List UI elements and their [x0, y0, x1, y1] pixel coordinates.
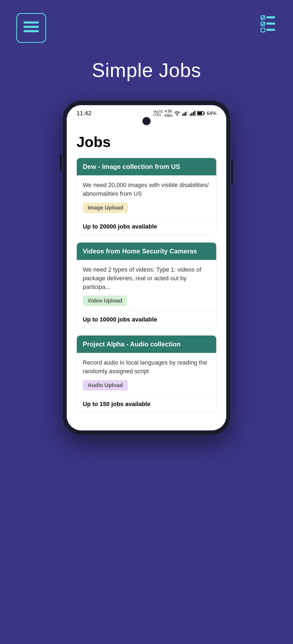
phone-screen: 11:42 VoLTE LTE2 4.56KB/s	[67, 105, 226, 430]
job-card-1-availability: Up to 20000 jobs available	[83, 223, 157, 230]
speed-indicator: 4.56KB/s	[164, 109, 173, 118]
svg-rect-8	[266, 29, 275, 31]
job-card-3[interactable]: Project Alpha - Audio collection Record …	[77, 335, 216, 413]
job-card-2-header: Videos from Home Security Cameras	[77, 243, 216, 260]
svg-rect-15	[191, 113, 192, 116]
page-title: Jobs	[77, 133, 216, 150]
wifi-icon	[174, 110, 180, 116]
app-title: Simple Jobs	[92, 59, 201, 81]
svg-rect-14	[190, 114, 191, 116]
job-card-3-title: Project Alpha - Audio collection	[83, 340, 181, 348]
svg-rect-0	[24, 21, 39, 24]
job-card-2-availability: Up to 10000 jobs available	[83, 316, 157, 323]
svg-point-9	[177, 115, 177, 115]
svg-rect-6	[266, 22, 275, 25]
signal-bars-icon	[182, 110, 188, 116]
screen-content: Jobs Dew - Image collection from US We n…	[67, 125, 226, 428]
app-logo-icon[interactable]	[16, 13, 46, 43]
job-card-2-body: We need 2 types of videos: Type 1: video…	[77, 260, 216, 311]
checklist-icon[interactable]	[255, 13, 277, 36]
job-card-2-description: We need 2 types of videos: Type 1: video…	[83, 265, 210, 291]
svg-rect-16	[193, 112, 194, 116]
svg-rect-10	[182, 114, 183, 116]
job-card-1-body: We need 20,000 images with visible disab…	[77, 175, 216, 218]
svg-rect-2	[24, 30, 39, 32]
status-time: 11:42	[77, 110, 91, 117]
signal-text: VoLTE LTE2	[153, 110, 163, 117]
svg-rect-20	[204, 112, 205, 114]
svg-rect-11	[184, 113, 185, 116]
job-card-2-footer: Up to 10000 jobs available	[77, 311, 216, 328]
job-card-2-tag: Video Upload	[83, 295, 127, 306]
svg-rect-12	[185, 112, 186, 116]
job-card-3-header: Project Alpha - Audio collection	[77, 336, 216, 353]
job-card-1-title: Dew - Image collection from US	[83, 163, 180, 170]
job-card-3-availability: Up to 150 jobs available	[83, 401, 150, 407]
phone-mockup: 11:42 VoLTE LTE2 4.56KB/s	[62, 100, 231, 435]
battery-icon	[197, 111, 205, 116]
job-card-1-tag: Image Upload	[83, 202, 128, 213]
svg-rect-19	[198, 112, 202, 115]
job-card-3-body: Record audio in local languages by readi…	[77, 353, 216, 395]
notch-area	[67, 117, 226, 125]
status-icons: VoLTE LTE2 4.56KB/s	[153, 109, 216, 118]
battery-percent: 64%	[207, 111, 216, 116]
job-card-3-footer: Up to 150 jobs available	[77, 395, 216, 413]
job-card-1-header: Dew - Image collection from US	[77, 158, 216, 175]
job-card-2-title: Videos from Home Security Cameras	[83, 247, 197, 255]
svg-rect-1	[24, 26, 39, 28]
svg-rect-7	[261, 28, 265, 32]
job-card-2[interactable]: Videos from Home Security Cameras We nee…	[77, 242, 216, 329]
svg-rect-4	[266, 16, 275, 18]
phone-shell: 11:42 VoLTE LTE2 4.56KB/s	[62, 100, 231, 435]
job-card-1-description: We need 20,000 images with visible disab…	[83, 181, 210, 198]
job-card-1[interactable]: Dew - Image collection from US We need 2…	[77, 158, 216, 235]
svg-rect-17	[194, 111, 195, 116]
camera-notch	[142, 117, 151, 125]
signal-bars-2-icon	[189, 110, 195, 116]
header-row	[0, 0, 293, 43]
job-card-3-description: Record audio in local languages by readi…	[83, 358, 210, 376]
job-card-1-footer: Up to 20000 jobs available	[77, 218, 216, 235]
svg-rect-13	[187, 111, 188, 116]
job-card-3-tag: Audio Upload	[83, 380, 128, 391]
